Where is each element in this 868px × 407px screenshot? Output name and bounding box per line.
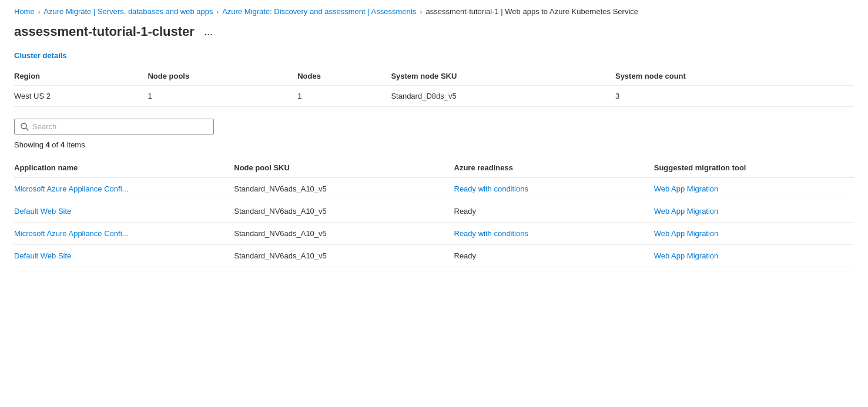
item-count-text: Showing 4 of 4 items (14, 140, 85, 149)
col-nodepool-sku: Node pool SKU (234, 159, 454, 177)
migration-tool-cell: Web App Migration (654, 245, 854, 267)
col-node-pools: Node pools (148, 67, 297, 86)
migration-tool-cell: Web App Migration (654, 200, 854, 223)
migration-tool-link[interactable]: Web App Migration (654, 229, 719, 238)
app-name-link[interactable]: Microsoft Azure Appliance Confi... (14, 184, 128, 193)
readiness-cell: Ready with conditions (454, 177, 654, 200)
col-readiness: Azure readiness (454, 159, 654, 177)
readiness-link[interactable]: Ready with conditions (454, 184, 528, 193)
migration-tool-cell: Web App Migration (654, 223, 854, 245)
app-name-link[interactable]: Microsoft Azure Appliance Confi... (14, 229, 128, 238)
cluster-node-pools: 1 (148, 86, 297, 107)
cluster-details-label: Cluster details (14, 51, 854, 60)
breadcrumb-sep-2: › (216, 8, 219, 15)
col-migration-tool: Suggested migration tool (654, 159, 854, 177)
col-app-name: Application name (14, 159, 234, 177)
readiness-cell: Ready with conditions (454, 223, 654, 245)
search-box (14, 119, 214, 134)
table-row: Microsoft Azure Appliance Confi...Standa… (14, 223, 854, 245)
cluster-region: West US 2 (14, 86, 148, 107)
search-container (14, 119, 854, 134)
cluster-details-table: Region Node pools Nodes System node SKU … (14, 67, 854, 107)
col-system-node-sku: System node SKU (391, 67, 615, 86)
cluster-system-sku: Standard_D8ds_v5 (391, 86, 615, 107)
migration-tool-link[interactable]: Web App Migration (654, 184, 719, 193)
item-count: Showing 4 of 4 items (14, 140, 854, 149)
breadcrumb-home[interactable]: Home (14, 7, 35, 16)
table-row: Default Web SiteStandard_NV6ads_A10_v5Re… (14, 245, 854, 267)
cluster-nodes: 1 (297, 86, 391, 107)
search-icon (21, 123, 29, 131)
readiness-cell: Ready (454, 245, 654, 267)
migration-tool-link[interactable]: Web App Migration (654, 207, 719, 216)
table-row: Default Web SiteStandard_NV6ads_A10_v5Re… (14, 200, 854, 223)
node-pool-sku-cell: Standard_NV6ads_A10_v5 (234, 200, 454, 223)
breadcrumb-current: assessment-tutorial-1 | Web apps to Azur… (425, 7, 638, 16)
breadcrumb-assessments[interactable]: Azure Migrate: Discovery and assessment … (222, 7, 417, 16)
migration-tool-cell: Web App Migration (654, 177, 854, 200)
search-input[interactable] (32, 122, 207, 131)
breadcrumb-sep-1: › (38, 8, 41, 15)
table-row: Microsoft Azure Appliance Confi...Standa… (14, 177, 854, 200)
col-system-node-count: System node count (615, 67, 854, 86)
cluster-node-count: 3 (615, 86, 854, 107)
node-pool-sku-cell: Standard_NV6ads_A10_v5 (234, 223, 454, 245)
app-name-link[interactable]: Default Web Site (14, 207, 71, 216)
cluster-details-section: Cluster details Region Node pools Nodes … (14, 51, 854, 107)
breadcrumb-sep-3: › (420, 8, 423, 15)
breadcrumb: Home › Azure Migrate | Servers, database… (14, 7, 854, 16)
node-pool-sku-cell: Standard_NV6ads_A10_v5 (234, 177, 454, 200)
page-title: assessment-tutorial-1-cluster (14, 24, 195, 39)
readiness-cell: Ready (454, 200, 654, 223)
breadcrumb-servers[interactable]: Azure Migrate | Servers, databases and w… (43, 7, 213, 16)
cluster-details-row: West US 2 1 1 Standard_D8ds_v5 3 (14, 86, 854, 107)
app-name-link[interactable]: Default Web Site (14, 251, 71, 260)
col-nodes: Nodes (297, 67, 391, 86)
node-pool-sku-cell: Standard_NV6ads_A10_v5 (234, 245, 454, 267)
readiness-link[interactable]: Ready with conditions (454, 229, 528, 238)
migration-tool-link[interactable]: Web App Migration (654, 251, 719, 260)
col-region: Region (14, 67, 148, 86)
more-options-button[interactable]: ... (200, 25, 216, 39)
apps-table: Application name Node pool SKU Azure rea… (14, 159, 854, 267)
svg-line-1 (26, 128, 28, 130)
